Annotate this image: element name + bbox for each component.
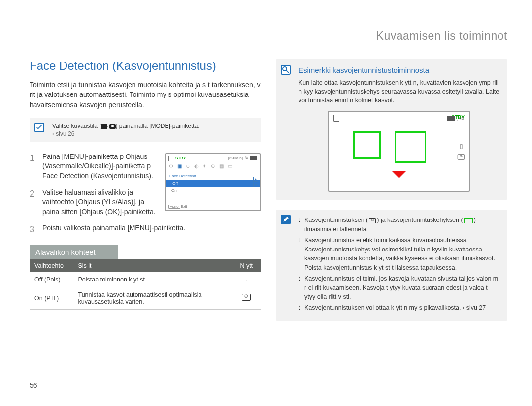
red-pointer-arrow-icon	[392, 171, 406, 185]
note-item: Kasvojentunnistuksen voi ottaa k ytt n m…	[299, 303, 499, 312]
step-1: 1 Paina [MENU]-painiketta p Ohjaus (Vase…	[30, 152, 156, 181]
breadcrumb: Kuvaamisen lis toiminnot	[30, 30, 507, 47]
battery-icon	[250, 156, 257, 160]
face-detect-on-icon	[458, 154, 465, 159]
plug-icon: ⚞	[245, 156, 248, 160]
step-number: 1	[30, 152, 36, 181]
icon-tab-row: ⚙▣☺◐✦⊙▦▭	[166, 163, 260, 172]
note-item: Kasvojentunnistuksen () ja kasvojentunni…	[299, 216, 499, 234]
notes-callout: Kasvojentunnistuksen () ja kasvojentunni…	[276, 210, 507, 321]
opt-name: On (P ll )	[30, 287, 73, 309]
scroll-up-icon: ▲	[253, 177, 258, 182]
video-mode-icon	[101, 124, 107, 129]
example-text: Kun laite ottaa kasvojentunnistuksen k y…	[299, 78, 499, 105]
exit-label: Exit	[181, 205, 187, 208]
step-text: Valitse haluamasi alivalikko ja vaihtoeh…	[42, 188, 156, 217]
note-item: Kasvojentunnistus ei toimi, jos kasvoja …	[299, 274, 499, 302]
menu-item: On	[166, 187, 260, 194]
example-callout: Esimerkki kasvojentunnistustoiminnosta K…	[276, 59, 507, 200]
photo-mode-icon	[109, 124, 116, 129]
svg-point-0	[283, 67, 287, 71]
checklist-icon	[34, 123, 44, 132]
svg-line-1	[286, 70, 289, 73]
opt-desc: Tunnistaa kasvot automaattisesti optimaa…	[73, 287, 232, 309]
step-text: Poistu valikosta painamalla [MENU]-paini…	[42, 223, 185, 236]
step-number: 3	[30, 223, 36, 236]
camera-lcd-screenshot: STBY [220Min] ⚞ ⚙▣☺◐✦⊙▦▭ Face Detection	[165, 153, 261, 211]
mode-note-pageref: ‹ sivu 26	[52, 130, 255, 137]
submenu-heading: Alavalikon kohteet	[30, 245, 118, 259]
step-number: 2	[30, 188, 36, 217]
minutes-remaining: [220Min]	[228, 156, 243, 160]
menu-button-label: MENU	[168, 205, 180, 209]
example-title: Esimerkki kasvojentunnistustoiminnosta	[299, 66, 499, 74]
mode-select-note: Valitse kuvaustila ( ) painamalla [MODE]…	[30, 118, 261, 142]
opt-disp	[232, 287, 261, 309]
scroll-down-icon: ▼	[253, 183, 258, 187]
face-frame-icon	[464, 218, 473, 223]
stby-indicator: STBY	[175, 156, 186, 160]
opt-disp: -	[232, 272, 261, 287]
pencil-note-icon	[281, 215, 291, 224]
face-detect-on-icon	[369, 218, 376, 223]
intro-text: Toiminto etsii ja tunnistaa kasvojen muo…	[30, 80, 261, 110]
memory-card-icon	[168, 156, 173, 161]
opt-desc: Poistaa toiminnon k yt st .	[73, 272, 232, 287]
face-frame	[395, 131, 426, 163]
step-3: 3 Poistu valikosta painamalla [MENU]-pai…	[30, 223, 261, 236]
memory-card-icon	[333, 115, 339, 122]
th-content: Sis lt	[73, 259, 232, 272]
table-row: Off (Pois) Poistaa toiminnon k yt st . -	[30, 272, 261, 287]
magnify-icon	[281, 65, 291, 75]
th-option: Vaihtoehto	[30, 259, 73, 272]
table-row: On (P ll ) Tunnistaa kasvot automaattise…	[30, 287, 261, 309]
page-title: Face Detection (Kasvojentunnistus)	[30, 59, 261, 73]
zoom-wide-icon: ▯	[460, 143, 463, 150]
page-number: 56	[30, 381, 37, 389]
step-text: Paina [MENU]-painiketta p Ohjaus (Vasemm…	[42, 152, 156, 181]
face-detect-on-icon	[242, 294, 251, 301]
camera-lcd-example: STBY HD ▯	[328, 111, 470, 192]
face-frame	[353, 131, 381, 159]
step-2: 2 Valitse haluamasi alivalikko ja vaihto…	[30, 188, 156, 217]
th-display: N ytt	[232, 259, 261, 272]
hd-badge: HD	[457, 116, 466, 121]
opt-name: Off (Pois)	[30, 272, 73, 287]
mode-note-text: Valitse kuvaustila ( ) painamalla [MODE]…	[52, 123, 255, 129]
menu-item-selected: Off	[166, 180, 260, 187]
menu-heading: Face Detection	[166, 172, 260, 180]
note-item: Kasvojentunnistus ei ehk toimi kaikissa …	[299, 236, 499, 273]
options-table: Vaihtoehto Sis lt N ytt Off (Pois) Poist…	[30, 259, 261, 310]
battery-icon	[447, 116, 455, 121]
